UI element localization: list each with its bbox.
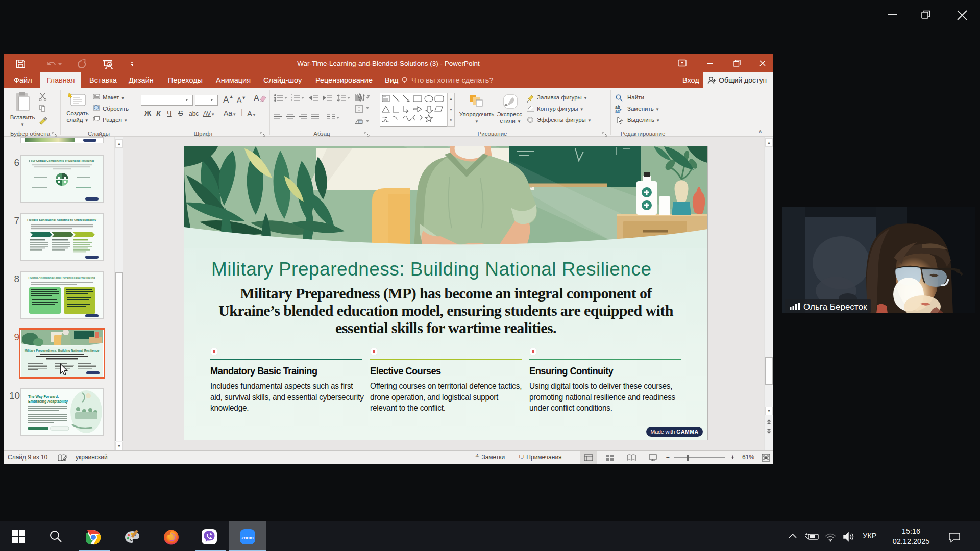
svg-text:Flexible Scheduling: Adapting: Flexible Scheduling: Adapting to Unpredi… <box>27 218 96 221</box>
svg-text:zoom: zoom <box>241 535 254 540</box>
svg-text:Hybrid Attendance and Psychoso: Hybrid Attendance and Psychosocial Wellb… <box>29 276 95 279</box>
svg-text:The Way Forward:: The Way Forward: <box>28 395 59 399</box>
svg-text:Embracing Adaptability: Embracing Adaptability <box>28 399 68 404</box>
svg-text:Four Critical Components of Bl: Four Critical Components of Blended Resi… <box>29 159 94 162</box>
svg-text:Ольга Бересток: Ольга Бересток <box>803 302 867 312</box>
svg-text:Military Preparedness: Buildin: Military Preparedness: Building National… <box>24 349 100 352</box>
